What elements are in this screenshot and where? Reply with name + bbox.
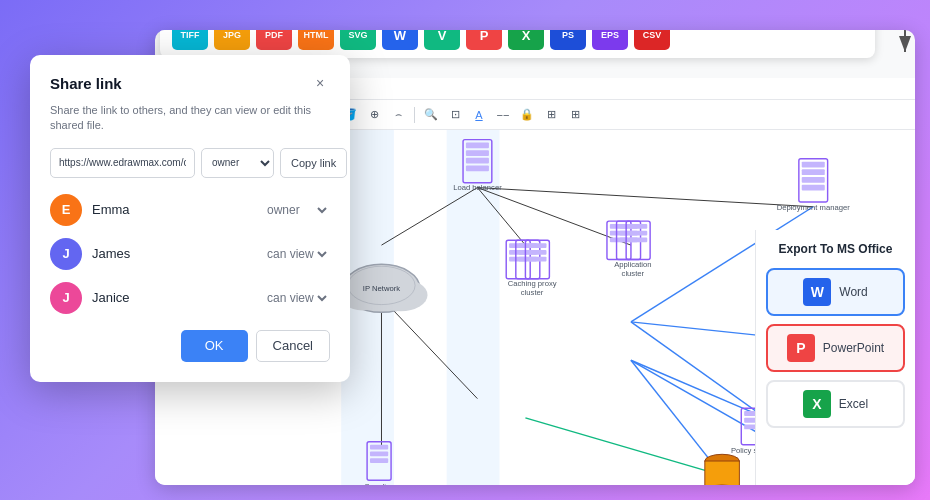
toolbar-sep2 (414, 107, 415, 123)
copy-link-button[interactable]: Copy link (280, 148, 347, 178)
user-row-james: J James owner can view can edit (50, 238, 330, 270)
share-dialog: Share link × Share the link to others, a… (30, 55, 350, 382)
toolbar-connect-icon[interactable]: ⊕ (364, 105, 384, 125)
svg-rect-28 (802, 185, 825, 191)
cancel-button[interactable]: Cancel (256, 330, 330, 362)
owner-select[interactable]: owner can view can edit (201, 148, 274, 178)
svg-rect-55 (629, 237, 647, 242)
svg-text:Load balancer: Load balancer (453, 183, 502, 192)
svg-line-12 (631, 322, 765, 418)
svg-text:Supplier: Supplier (365, 482, 394, 485)
svg-rect-21 (466, 158, 489, 164)
svg-text:Deployment manager: Deployment manager (777, 203, 851, 212)
user-name-james: James (92, 246, 263, 261)
toolbar-underline-icon[interactable]: A (469, 105, 489, 125)
arrow-indicator (865, 30, 915, 62)
close-button[interactable]: × (310, 73, 330, 93)
svg-rect-20 (466, 150, 489, 156)
user-name-emma: Emma (92, 202, 263, 217)
format-svg[interactable]: SVG (340, 30, 376, 50)
word-icon: W (803, 278, 831, 306)
dialog-subtitle: Share the link to others, and they can v… (50, 103, 330, 134)
svg-rect-40 (528, 250, 546, 255)
toolbar-curve-icon[interactable]: ⌢ (388, 105, 408, 125)
link-row: owner can view can edit Copy link (50, 148, 330, 178)
excel-icon: X (803, 390, 831, 418)
powerpoint-label: PowerPoint (823, 341, 884, 355)
toolbar-crop-icon[interactable]: ⊞ (541, 105, 561, 125)
export-word-option[interactable]: W Word (766, 268, 905, 316)
svg-line-16 (525, 418, 722, 476)
export-panel-title: Export To MS Office (766, 242, 905, 256)
svg-line-7 (477, 188, 813, 207)
user-name-janice: Janice (92, 290, 263, 305)
svg-rect-82 (370, 451, 388, 456)
format-word[interactable]: W (382, 30, 418, 50)
svg-text:Application: Application (614, 260, 651, 269)
format-pdf[interactable]: PDF (256, 30, 292, 50)
user-row-emma: E Emma owner can view can edit (50, 194, 330, 226)
permission-james[interactable]: owner can view can edit (263, 241, 330, 267)
format-excel[interactable]: X (508, 30, 544, 50)
svg-rect-19 (466, 142, 489, 148)
format-csv[interactable]: CSV (634, 30, 670, 50)
svg-rect-22 (466, 166, 489, 172)
toolbar-frame-icon[interactable]: ⊡ (445, 105, 465, 125)
ok-button[interactable]: OK (181, 330, 248, 362)
toolbar-zoom-icon[interactable]: 🔍 (421, 105, 441, 125)
svg-text:cluster: cluster (521, 288, 544, 297)
user-row-janice: J Janice owner can view can edit (50, 282, 330, 314)
svg-text:Caching proxy: Caching proxy (508, 279, 557, 288)
link-input[interactable] (50, 148, 195, 178)
svg-rect-27 (802, 177, 825, 183)
svg-text:IP Network: IP Network (363, 284, 400, 293)
svg-rect-53 (629, 224, 647, 229)
svg-rect-25 (802, 162, 825, 168)
export-excel-option[interactable]: X Excel (766, 380, 905, 428)
svg-text:cluster: cluster (622, 269, 645, 278)
avatar-emma: E (50, 194, 82, 226)
svg-line-6 (477, 188, 631, 246)
svg-rect-81 (370, 445, 388, 450)
format-html[interactable]: HTML (298, 30, 334, 50)
permission-janice[interactable]: owner can view can edit (263, 285, 330, 311)
permission-emma[interactable]: owner can view can edit (263, 197, 330, 223)
word-label: Word (839, 285, 867, 299)
format-eps[interactable]: EPS (592, 30, 628, 50)
format-tiff[interactable]: TIFF (172, 30, 208, 50)
export-toolbar: TIFF JPG PDF HTML SVG W V P X PS EPS CSV (160, 30, 875, 58)
toolbar-grid-icon[interactable]: ⊞ (565, 105, 585, 125)
export-powerpoint-option[interactable]: P PowerPoint (766, 324, 905, 372)
export-panel: Export To MS Office W Word P PowerPoint … (755, 230, 915, 485)
dialog-title: Share link (50, 75, 122, 92)
format-ppt[interactable]: P (466, 30, 502, 50)
svg-rect-26 (802, 169, 825, 175)
format-visio[interactable]: V (424, 30, 460, 50)
svg-rect-41 (528, 257, 546, 262)
avatar-james: J (50, 238, 82, 270)
excel-label: Excel (839, 397, 868, 411)
toolbar-dash-icon[interactable]: −− (493, 105, 513, 125)
format-jpg[interactable]: JPG (214, 30, 250, 50)
powerpoint-icon: P (787, 334, 815, 362)
svg-rect-73 (705, 461, 740, 485)
dialog-header: Share link × (50, 73, 330, 93)
svg-rect-39 (528, 243, 546, 248)
format-ps[interactable]: PS (550, 30, 586, 50)
dialog-footer: OK Cancel (50, 330, 330, 362)
svg-rect-83 (370, 458, 388, 463)
toolbar-lock-icon[interactable]: 🔒 (517, 105, 537, 125)
svg-rect-54 (629, 231, 647, 236)
svg-line-15 (631, 360, 765, 418)
avatar-janice: J (50, 282, 82, 314)
